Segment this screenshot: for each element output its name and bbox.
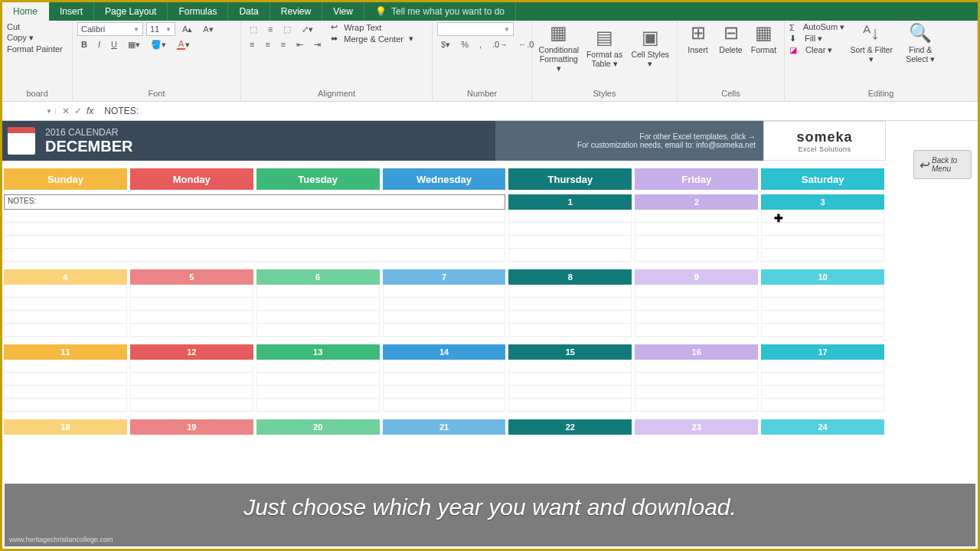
font-size-select[interactable]: 11▼ — [146, 22, 175, 36]
align-bottom-icon[interactable]: ⬚ — [279, 22, 295, 36]
lightbulb-icon: 💡 — [375, 6, 387, 17]
day-headers: Sunday Monday Tuesday Wednesday Thursday… — [2, 168, 886, 190]
tell-me-label: Tell me what you want to do — [391, 6, 505, 17]
tab-view[interactable]: View — [322, 2, 364, 21]
fill-button[interactable]: ⬇ Fill ▾ — [789, 34, 844, 44]
conditional-formatting-button[interactable]: ▦Conditional Formatting ▾ — [537, 22, 581, 73]
delete-cells-button[interactable]: ⊟Delete — [715, 22, 746, 54]
delete-icon: ⊟ — [724, 22, 739, 44]
indent-increase-icon[interactable]: ⇥ — [310, 37, 325, 51]
group-alignment: Alignment — [246, 87, 427, 99]
tab-insert[interactable]: Insert — [49, 2, 94, 21]
date-19[interactable]: 19 — [130, 419, 253, 435]
confirm-formula-icon[interactable]: ✓ — [74, 106, 82, 116]
calendar-row: 18 19 20 21 22 23 24 — [4, 419, 884, 435]
date-2[interactable]: 2 — [635, 194, 758, 210]
find-icon: 🔍 — [909, 22, 932, 44]
fill-color-button[interactable]: 🪣▾ — [147, 37, 170, 51]
notes-cell[interactable]: NOTES: — [4, 194, 505, 210]
date-18[interactable]: 18 — [4, 419, 127, 435]
day-sunday: Sunday — [4, 168, 127, 190]
align-left-icon[interactable]: ≡ — [246, 37, 258, 51]
bold-button[interactable]: B — [77, 37, 91, 51]
cut-button[interactable]: Cut — [7, 22, 67, 31]
find-select-button[interactable]: 🔍Find & Select ▾ — [898, 22, 942, 64]
increase-font-icon[interactable]: A▴ — [178, 22, 196, 36]
align-top-icon[interactable]: ⬚ — [246, 22, 261, 36]
date-24[interactable]: 24 — [761, 419, 884, 435]
percent-icon[interactable]: % — [457, 37, 472, 51]
date-11[interactable]: 11 — [4, 344, 127, 360]
date-5[interactable]: 5 — [130, 269, 253, 285]
tab-home[interactable]: Home — [2, 2, 49, 21]
date-7[interactable]: 7 — [383, 269, 506, 285]
ribbon: Cut Copy ▾ Format Painter board Calibri▼… — [2, 21, 978, 102]
day-wednesday: Wednesday — [383, 168, 506, 190]
date-4[interactable]: 4 — [4, 269, 127, 285]
date-15[interactable]: 15 — [508, 344, 632, 360]
watermark: www.heritagechristiancollege.com — [9, 536, 113, 543]
worksheet[interactable]: 2016 CALENDAR DECEMBER For other Excel t… — [2, 121, 978, 435]
date-8[interactable]: 8 — [508, 269, 632, 285]
sort-filter-button[interactable]: ᴬ↓Sort & Filter ▾ — [849, 22, 893, 64]
date-9[interactable]: 9 — [635, 269, 758, 285]
clear-button[interactable]: ◪ Clear ▾ — [789, 45, 844, 55]
date-17[interactable]: 17 — [761, 344, 884, 360]
insert-cells-button[interactable]: ⊞Insert — [682, 22, 714, 54]
back-to-menu-button[interactable]: ↩ Back to Menu — [913, 150, 972, 179]
tab-page-layout[interactable]: Page Layout — [94, 2, 168, 21]
date-21[interactable]: 21 — [383, 419, 506, 435]
group-styles: Styles — [537, 87, 672, 99]
font-color-button[interactable]: A▾ — [173, 37, 194, 51]
merge-center-button[interactable]: ⬌Merge & Center ▾ — [331, 34, 413, 44]
date-23[interactable]: 23 — [635, 419, 758, 435]
tab-data[interactable]: Data — [228, 2, 270, 21]
copy-button[interactable]: Copy ▾ — [7, 33, 67, 43]
tell-me[interactable]: 💡 Tell me what you want to do — [364, 2, 516, 21]
date-10[interactable]: 10 — [761, 269, 884, 285]
group-editing: Editing — [789, 87, 972, 99]
tab-review[interactable]: Review — [270, 2, 322, 21]
date-3[interactable]: 3 — [761, 194, 884, 210]
italic-button[interactable]: I — [94, 37, 104, 51]
align-middle-icon[interactable]: ≡ — [264, 22, 276, 36]
back-arrow-icon: ↩ — [919, 158, 929, 172]
sigma-icon: Σ — [789, 23, 795, 32]
currency-icon[interactable]: $▾ — [437, 37, 454, 51]
date-12[interactable]: 12 — [130, 344, 253, 360]
number-format-select[interactable]: ▼ — [437, 22, 514, 36]
formula-input[interactable]: NOTES: — [100, 106, 978, 116]
increase-decimal-icon[interactable]: .0→ — [488, 37, 511, 51]
date-14[interactable]: 14 — [383, 344, 506, 360]
notes-area[interactable] — [4, 210, 505, 262]
tab-formulas[interactable]: Formulas — [168, 2, 228, 21]
format-painter-button[interactable]: Format Painter — [7, 44, 67, 54]
name-box[interactable]: ▼ — [2, 108, 56, 115]
decrease-font-icon[interactable]: A▾ — [199, 22, 217, 36]
autosum-button[interactable]: Σ AutoSum ▾ — [789, 22, 844, 32]
underline-button[interactable]: U — [107, 37, 121, 51]
format-cells-button[interactable]: ▦Format — [748, 22, 779, 54]
date-1[interactable]: 1 — [508, 194, 632, 210]
cell-styles-button[interactable]: ▣Cell Styles ▾ — [628, 22, 672, 73]
date-22[interactable]: 22 — [508, 419, 632, 435]
wrap-text-button[interactable]: ↩Wrap Text — [331, 22, 413, 32]
date-13[interactable]: 13 — [256, 344, 380, 360]
day-monday: Monday — [130, 168, 253, 190]
align-center-icon[interactable]: ≡ — [261, 37, 273, 51]
orientation-icon[interactable]: ⤢▾ — [298, 22, 317, 36]
comma-icon[interactable]: , — [475, 37, 485, 51]
date-6[interactable]: 6 — [256, 269, 380, 285]
font-name-select[interactable]: Calibri▼ — [77, 22, 143, 36]
day-tuesday: Tuesday — [256, 168, 380, 190]
day-thursday: Thursday — [508, 168, 632, 190]
border-button[interactable]: ▦▾ — [124, 37, 144, 51]
format-as-table-button[interactable]: ▤Format as Table ▾ — [583, 22, 627, 73]
date-16[interactable]: 16 — [635, 344, 758, 360]
someka-logo[interactable]: someka Excel Solutions — [763, 121, 886, 161]
date-20[interactable]: 20 — [256, 419, 380, 435]
align-right-icon[interactable]: ≡ — [277, 37, 289, 51]
cancel-formula-icon[interactable]: ✕ — [62, 106, 70, 116]
fx-icon[interactable]: fx — [87, 106, 93, 116]
indent-decrease-icon[interactable]: ⇤ — [292, 37, 307, 51]
